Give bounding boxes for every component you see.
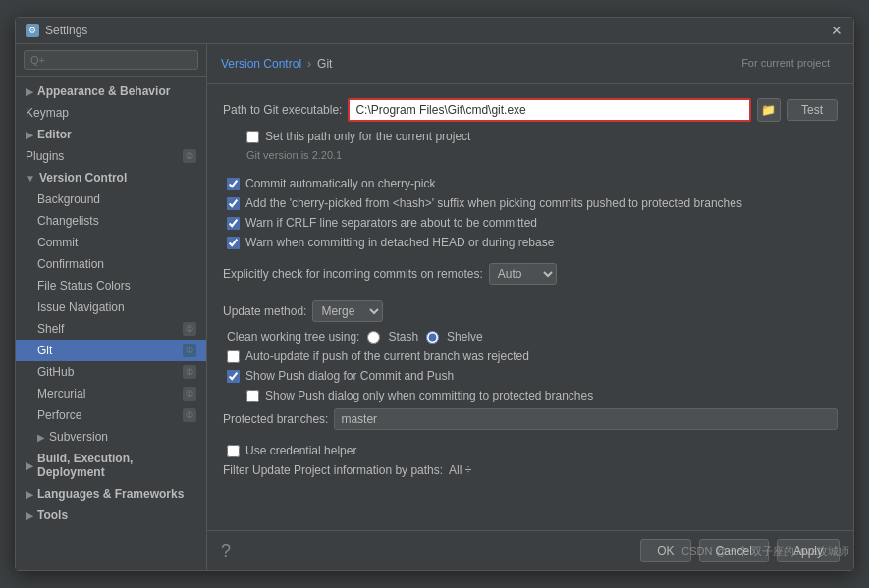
sidebar-item-commit[interactable]: Commit — [16, 232, 206, 253]
arrow-icon: ▶ — [26, 489, 33, 500]
sidebar-items: ▶ Appearance & Behavior Keymap ▶ Editor … — [16, 77, 206, 570]
show-push-row: Show Push dialog for Commit and Push — [223, 369, 838, 383]
auto-update-checkbox[interactable] — [227, 350, 240, 363]
breadcrumb-current: Git — [317, 57, 332, 71]
cherry-pick-label: Commit automatically on cherry-pick — [245, 177, 435, 190]
sidebar-item-version-control[interactable]: ▼ Version Control — [16, 167, 206, 188]
sidebar-item-label: GitHub — [37, 365, 74, 379]
auto-update-row: Auto-update if push of the current branc… — [223, 349, 838, 363]
shelve-radio[interactable] — [426, 331, 439, 344]
clean-tree-row: Clean working tree using: Stash Shelve — [223, 330, 838, 344]
sidebar-item-file-status[interactable]: File Status Colors — [16, 275, 206, 296]
protected-branches-input[interactable] — [334, 408, 838, 430]
sidebar-item-background[interactable]: Background — [16, 188, 206, 210]
breadcrumb: Version Control › Git For current projec… — [207, 44, 853, 84]
perforce-badge: ① — [183, 408, 196, 422]
sidebar-item-issue-nav[interactable]: Issue Navigation — [16, 296, 206, 318]
sidebar-item-label: Confirmation — [37, 257, 104, 271]
credential-label: Use credential helper — [245, 444, 356, 457]
sidebar-item-perforce[interactable]: Perforce ① — [16, 404, 206, 426]
folder-browse-button[interactable]: 📁 — [757, 98, 781, 122]
breadcrumb-parent[interactable]: Version Control — [221, 57, 301, 71]
sidebar-item-label: Shelf — [37, 322, 64, 336]
sidebar-item-label: Commit — [37, 236, 78, 249]
sidebar-item-label: Editor — [37, 128, 72, 141]
close-button[interactable]: ✕ — [830, 24, 843, 37]
set-path-only-row: Set this path only for the current proje… — [223, 130, 838, 143]
sidebar-item-shelf[interactable]: Shelf ① — [16, 318, 206, 340]
add-suffix-row: Add the 'cherry-picked from <hash>' suff… — [223, 196, 838, 210]
sidebar-item-confirmation[interactable]: Confirmation — [16, 253, 206, 275]
path-label: Path to Git executable: — [223, 103, 342, 117]
search-input[interactable] — [24, 50, 198, 70]
git-path-input[interactable] — [348, 98, 751, 122]
tab-for-current-project[interactable]: For current project — [732, 52, 840, 76]
shelf-badge: ① — [183, 322, 196, 336]
incoming-commits-select[interactable]: Auto Always Never — [489, 263, 557, 285]
add-suffix-checkbox[interactable] — [227, 197, 240, 210]
update-method-select[interactable]: Merge Rebase — [312, 300, 383, 322]
sidebar-item-appearance[interactable]: ▶ Appearance & Behavior — [16, 80, 206, 102]
detached-checkbox[interactable] — [227, 237, 240, 249]
show-push-checkbox[interactable] — [227, 370, 240, 383]
help-button[interactable]: ? — [221, 541, 231, 561]
arrow-icon: ▶ — [26, 86, 33, 97]
crlf-row: Warn if CRLF line separators are about t… — [223, 216, 838, 230]
stash-label: Stash — [388, 330, 418, 344]
detached-label: Warn when committing in detached HEAD or… — [245, 236, 554, 249]
update-method-label: Update method: — [223, 304, 306, 318]
settings-window: ⚙ Settings ✕ ▶ Appearance & Behavior Key… — [15, 17, 854, 571]
sidebar-item-label: Version Control — [39, 171, 127, 185]
set-path-only-checkbox[interactable] — [246, 131, 259, 143]
arrow-icon: ▶ — [26, 130, 33, 140]
auto-update-label: Auto-update if push of the current branc… — [245, 349, 529, 363]
sidebar-item-label: Subversion — [49, 430, 108, 444]
sidebar-item-plugins[interactable]: Plugins ② — [16, 145, 206, 167]
sidebar-item-label: Changelists — [37, 214, 99, 228]
sidebar-item-label: Issue Navigation — [37, 300, 125, 314]
crlf-checkbox[interactable] — [227, 217, 240, 230]
filter-paths-label: Filter Update Project information by pat… — [223, 463, 443, 477]
stash-radio[interactable] — [367, 331, 380, 344]
cherry-pick-checkbox[interactable] — [227, 178, 240, 190]
sidebar-item-languages[interactable]: ▶ Languages & Frameworks — [16, 483, 206, 505]
help-icon: ? — [221, 541, 231, 561]
sidebar-item-build[interactable]: ▶ Build, Execution, Deployment — [16, 448, 206, 483]
main-content: Version Control › Git For current projec… — [207, 44, 853, 570]
sidebar-item-changelists[interactable]: Changelists — [16, 210, 206, 232]
sidebar-item-github[interactable]: GitHub ① — [16, 361, 206, 383]
git-badge: ① — [183, 344, 196, 357]
sidebar-item-editor[interactable]: ▶ Editor — [16, 124, 206, 145]
sidebar-item-subversion[interactable]: ▶ Subversion — [16, 426, 206, 448]
watermark: CSDN @一个 双子座的Java攻城师 — [681, 544, 849, 559]
arrow-icon: ▼ — [26, 173, 35, 184]
update-method-row: Update method: Merge Rebase — [223, 300, 838, 322]
git-version-text: Git version is 2.20.1 — [223, 149, 838, 161]
arrow-icon: ▶ — [37, 432, 45, 443]
sidebar-item-keymap[interactable]: Keymap — [16, 102, 206, 124]
sidebar-item-label: Appearance & Behavior — [37, 84, 170, 98]
search-box — [16, 44, 206, 77]
sidebar-item-mercurial[interactable]: Mercurial ① — [16, 383, 206, 404]
filter-paths-row: Filter Update Project information by pat… — [223, 463, 838, 477]
show-push-protected-row: Show Push dialog only when committing to… — [223, 389, 838, 402]
test-button[interactable]: Test — [787, 99, 838, 121]
show-push-protected-label: Show Push dialog only when committing to… — [265, 389, 593, 402]
cherry-pick-row: Commit automatically on cherry-pick — [223, 177, 838, 190]
arrow-icon: ▶ — [26, 510, 33, 521]
show-push-label: Show Push dialog for Commit and Push — [245, 369, 454, 383]
github-badge: ① — [183, 365, 196, 379]
plugins-badge: ② — [183, 149, 196, 163]
content-area: Path to Git executable: 📁 Test Set this … — [207, 84, 853, 530]
sidebar-item-label: Languages & Frameworks — [37, 487, 184, 501]
credential-checkbox[interactable] — [227, 445, 240, 457]
set-path-only-label: Set this path only for the current proje… — [265, 130, 470, 143]
show-push-protected-checkbox[interactable] — [246, 390, 259, 402]
add-suffix-label: Add the 'cherry-picked from <hash>' suff… — [245, 196, 742, 210]
sidebar-item-label: Background — [37, 192, 100, 206]
shelve-label: Shelve — [447, 330, 483, 344]
sidebar-item-tools[interactable]: ▶ Tools — [16, 505, 206, 526]
sidebar-item-label: Keymap — [26, 106, 69, 120]
sidebar-item-label: Mercurial — [37, 387, 85, 401]
sidebar-item-git[interactable]: Git ① — [16, 340, 206, 361]
